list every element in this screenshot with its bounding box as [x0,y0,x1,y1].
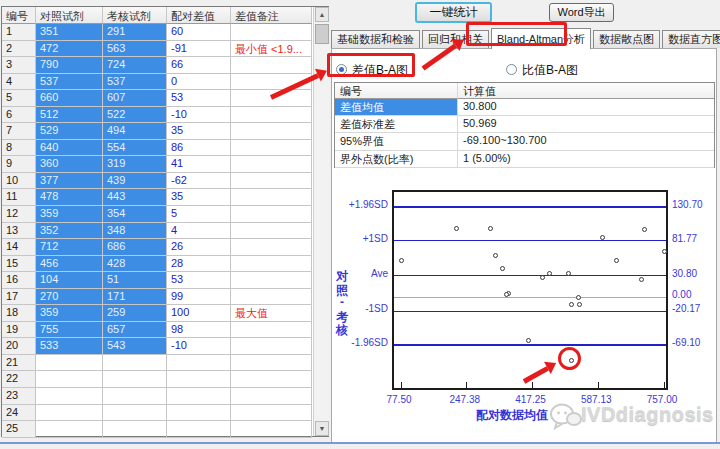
table-row[interactable]: 379072466 [2,57,312,74]
test-reagent-cell[interactable]: 563 [103,41,167,58]
ref-reagent-cell[interactable]: 537 [36,74,103,91]
word-export-button[interactable]: Word导出 [549,3,614,22]
table-row-empty[interactable]: 22 [2,371,312,388]
ref-reagent-cell[interactable]: 472 [36,41,103,58]
ref-reagent-cell[interactable]: 478 [36,189,103,206]
table-row-empty[interactable]: 25 [2,421,312,438]
diff-note-cell[interactable] [231,289,312,306]
empty-cell[interactable] [103,371,167,388]
empty-cell[interactable] [167,371,231,388]
diff-note-cell[interactable] [231,156,312,173]
paired-diff-cell[interactable]: 53 [167,90,231,107]
paired-diff-cell[interactable]: -10 [167,338,231,355]
stats-label-cell[interactable]: 差值标准差 [335,116,458,133]
diff-note-cell[interactable] [231,272,312,289]
paired-diff-cell[interactable]: 4 [167,223,231,240]
paired-diff-cell[interactable]: 28 [167,256,231,273]
diff-note-cell[interactable]: 最小值 <1.9... [231,41,312,58]
table-row[interactable]: 1727017199 [2,289,312,306]
ratio-ba-radio[interactable] [506,64,517,75]
ref-reagent-cell[interactable]: 456 [36,256,103,273]
paired-diff-cell[interactable]: 53 [167,272,231,289]
table-row-empty[interactable]: 21 [2,355,312,372]
empty-cell[interactable] [36,421,103,438]
stats-row[interactable]: 95%界值-69.100~130.700 [335,133,714,150]
empty-cell[interactable] [36,388,103,405]
table-row[interactable]: 133523484 [2,223,312,240]
table-row[interactable]: 1975565798 [2,322,312,339]
diff-note-cell[interactable] [231,24,312,41]
table-row[interactable]: 20533543-10 [2,338,312,355]
diff-note-cell[interactable]: 最大值 [231,305,312,322]
empty-cell[interactable] [167,421,231,438]
ref-reagent-cell[interactable]: 270 [36,289,103,306]
paired-diff-cell[interactable]: 99 [167,289,231,306]
stats-value-cell[interactable]: 1 (5.00%) [458,151,714,168]
empty-cell[interactable] [36,355,103,372]
test-reagent-cell[interactable]: 537 [103,74,167,91]
table-row[interactable]: 1545642828 [2,256,312,273]
empty-cell[interactable] [231,405,312,422]
diff-note-cell[interactable] [231,189,312,206]
diff-note-cell[interactable] [231,173,312,190]
empty-cell[interactable] [167,355,231,372]
empty-cell[interactable] [36,371,103,388]
diff-note-cell[interactable] [231,322,312,339]
test-reagent-cell[interactable]: 724 [103,57,167,74]
empty-cell[interactable] [167,388,231,405]
diff-note-cell[interactable] [231,206,312,223]
empty-cell[interactable] [103,405,167,422]
table-row[interactable]: 45375370 [2,74,312,91]
stats-label-cell[interactable]: 95%界值 [335,133,458,150]
paired-diff-cell[interactable]: 0 [167,74,231,91]
stats-value-cell[interactable]: 50.969 [458,116,714,133]
paired-diff-cell[interactable]: 5 [167,206,231,223]
one-click-stats-button[interactable]: 一键统计 [415,2,492,23]
table-row[interactable]: 18359259100最大值 [2,305,312,322]
diff-note-cell[interactable] [231,338,312,355]
paired-diff-cell[interactable]: 100 [167,305,231,322]
paired-diff-cell[interactable]: 35 [167,123,231,140]
ref-reagent-cell[interactable]: 660 [36,90,103,107]
diff-note-cell[interactable] [231,57,312,74]
empty-cell[interactable] [231,355,312,372]
empty-cell[interactable] [167,405,231,422]
table-row[interactable]: 135129160 [2,24,312,41]
ref-reagent-cell[interactable]: 104 [36,272,103,289]
test-reagent-cell[interactable]: 494 [103,123,167,140]
test-reagent-cell[interactable]: 171 [103,289,167,306]
diff-note-cell[interactable] [231,140,312,157]
empty-cell[interactable] [36,405,103,422]
ref-reagent-cell[interactable]: 359 [36,206,103,223]
table-row[interactable]: 10377439-62 [2,173,312,190]
stats-value-cell[interactable]: 30.800 [458,99,714,116]
empty-cell[interactable] [231,421,312,438]
ref-reagent-cell[interactable]: 533 [36,338,103,355]
ref-reagent-cell[interactable]: 790 [36,57,103,74]
table-row[interactable]: 6512522-10 [2,107,312,124]
test-reagent-cell[interactable]: 522 [103,107,167,124]
test-reagent-cell[interactable]: 348 [103,223,167,240]
test-reagent-cell[interactable]: 51 [103,272,167,289]
table-row[interactable]: 566060753 [2,90,312,107]
stats-label-cell[interactable]: 界外点数(比率) [335,151,458,168]
diff-note-cell[interactable] [231,123,312,140]
empty-cell[interactable] [103,355,167,372]
paired-diff-cell[interactable]: -91 [167,41,231,58]
ref-reagent-cell[interactable]: 529 [36,123,103,140]
table-row[interactable]: 1471268626 [2,239,312,256]
paired-diff-cell[interactable]: 35 [167,189,231,206]
table-row[interactable]: 2472563-91最小值 <1.9... [2,41,312,58]
test-reagent-cell[interactable]: 439 [103,173,167,190]
table-row-empty[interactable]: 23 [2,388,312,405]
paired-diff-cell[interactable]: 26 [167,239,231,256]
ratio-ba-radio-label[interactable]: 比值B-A图 [522,62,578,79]
ref-reagent-cell[interactable]: 352 [36,223,103,240]
diff-note-cell[interactable] [231,256,312,273]
empty-cell[interactable] [231,388,312,405]
table-row[interactable]: 936031941 [2,156,312,173]
ref-reagent-cell[interactable]: 512 [36,107,103,124]
paired-diff-cell[interactable]: -62 [167,173,231,190]
table-row[interactable]: 752949435 [2,123,312,140]
scrollbar-thumb[interactable] [315,24,329,44]
